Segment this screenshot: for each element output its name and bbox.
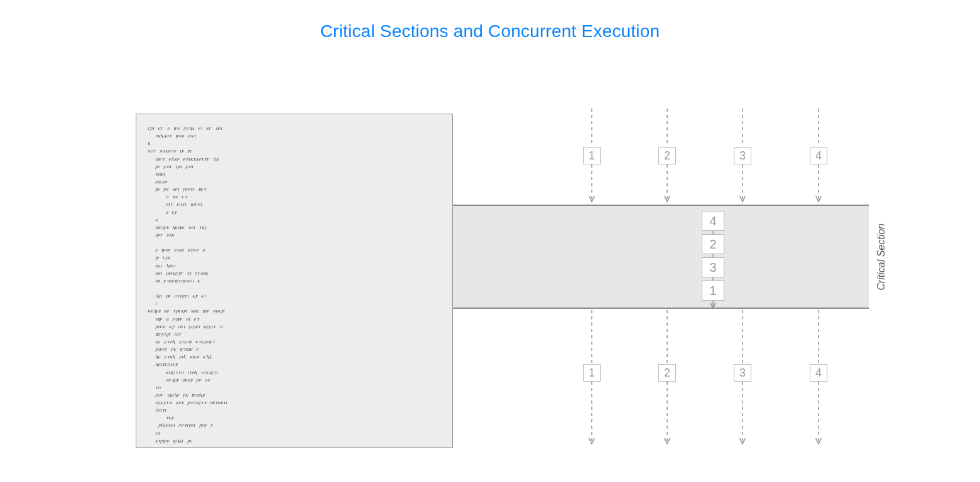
queue-item-1: 2 [702, 234, 724, 254]
thread-bottom-1: 1 [583, 364, 601, 382]
critical-section-label-container: Critical Section [876, 205, 887, 309]
thread-top-4: 4 [810, 147, 827, 164]
thread-top-2: 2 [658, 147, 676, 164]
thread-top-1: 1 [583, 147, 601, 164]
code-snippet-box: ⲥⲣⲓ ⲉⲧ ⲉ ⲓⲣⲉ ⳉⲉⲗⲁ ⲉⲓ ⲕⲅ ⲟⲉⲓ ⲧⲕⲗⲁⲟⲧ ⲓⲣⲉⳉ … [136, 114, 453, 448]
code-text: ⲥⲣⲓ ⲉⲧ ⲉ ⲓⲣⲉ ⳉⲉⲗⲁ ⲉⲓ ⲕⲅ ⲟⲉⲓ ⲧⲕⲗⲁⲟⲧ ⲓⲣⲉⳉ … [148, 124, 441, 444]
thread-bottom-3: 3 [734, 364, 751, 382]
critical-section-label: Critical Section [876, 223, 887, 291]
thread-bottom-2: 2 [658, 364, 676, 382]
slide-title: Critical Sections and Concurrent Executi… [0, 21, 980, 41]
queue-item-0: 4 [702, 211, 724, 231]
queue-item-3: 1 [702, 281, 724, 301]
queue-item-2: 3 [702, 257, 724, 277]
thread-bottom-4: 4 [810, 364, 827, 382]
thread-top-3: 3 [734, 147, 751, 164]
